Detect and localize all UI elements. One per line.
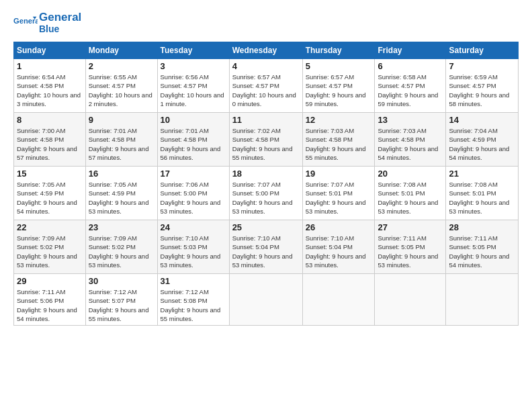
calendar-cell: 3 Sunrise: 6:56 AM Sunset: 4:57 PM Dayli… bbox=[157, 59, 229, 113]
day-number: 4 bbox=[232, 61, 300, 71]
calendar-cell: 28 Sunrise: 7:11 AM Sunset: 5:05 PM Dayl… bbox=[446, 220, 519, 274]
calendar-cell bbox=[229, 274, 302, 326]
day-number: 26 bbox=[306, 222, 372, 232]
day-info: Sunrise: 7:12 AM Sunset: 5:08 PM Dayligh… bbox=[161, 287, 226, 323]
calendar-cell: 5 Sunrise: 6:57 AM Sunset: 4:57 PM Dayli… bbox=[302, 59, 375, 113]
day-info: Sunrise: 7:12 AM Sunset: 5:07 PM Dayligh… bbox=[89, 287, 154, 323]
header: General General Blue bbox=[13, 11, 519, 35]
day-number: 12 bbox=[306, 115, 372, 125]
calendar-week-row: 29 Sunrise: 7:11 AM Sunset: 5:06 PM Dayl… bbox=[14, 274, 519, 326]
day-number: 13 bbox=[378, 115, 443, 125]
page: General General Blue SundayMondayTuesday… bbox=[0, 0, 532, 411]
calendar-cell: 21 Sunrise: 7:08 AM Sunset: 5:01 PM Dayl… bbox=[446, 167, 519, 220]
day-number: 10 bbox=[161, 115, 226, 125]
calendar-cell: 13 Sunrise: 7:03 AM Sunset: 4:58 PM Dayl… bbox=[375, 113, 446, 167]
day-number: 21 bbox=[449, 169, 515, 179]
logo-blue: Blue bbox=[39, 24, 81, 34]
day-info: Sunrise: 6:58 AM Sunset: 4:57 PM Dayligh… bbox=[378, 73, 443, 108]
day-number: 29 bbox=[17, 276, 83, 286]
calendar-cell: 2 Sunrise: 6:55 AM Sunset: 4:57 PM Dayli… bbox=[85, 59, 157, 113]
day-number: 7 bbox=[449, 61, 515, 71]
calendar-cell: 12 Sunrise: 7:03 AM Sunset: 4:58 PM Dayl… bbox=[302, 113, 375, 167]
day-info: Sunrise: 7:05 AM Sunset: 4:59 PM Dayligh… bbox=[89, 180, 154, 216]
day-number: 5 bbox=[306, 61, 372, 71]
day-info: Sunrise: 7:10 AM Sunset: 5:04 PM Dayligh… bbox=[232, 234, 300, 269]
calendar-cell: 29 Sunrise: 7:11 AM Sunset: 5:06 PM Dayl… bbox=[14, 274, 86, 326]
calendar-cell: 31 Sunrise: 7:12 AM Sunset: 5:08 PM Dayl… bbox=[157, 274, 229, 326]
day-number: 23 bbox=[89, 222, 154, 232]
day-info: Sunrise: 7:10 AM Sunset: 5:03 PM Dayligh… bbox=[161, 234, 226, 269]
calendar-cell: 14 Sunrise: 7:04 AM Sunset: 4:59 PM Dayl… bbox=[446, 113, 519, 167]
day-number: 18 bbox=[232, 169, 300, 179]
day-number: 30 bbox=[89, 276, 154, 286]
day-info: Sunrise: 7:00 AM Sunset: 4:58 PM Dayligh… bbox=[17, 126, 83, 162]
weekday-header-tuesday: Tuesday bbox=[157, 42, 229, 59]
day-info: Sunrise: 7:05 AM Sunset: 4:59 PM Dayligh… bbox=[17, 180, 83, 216]
day-info: Sunrise: 7:11 AM Sunset: 5:06 PM Dayligh… bbox=[17, 287, 83, 323]
day-number: 9 bbox=[89, 115, 154, 125]
day-info: Sunrise: 7:08 AM Sunset: 5:01 PM Dayligh… bbox=[449, 180, 515, 216]
day-info: Sunrise: 6:57 AM Sunset: 4:57 PM Dayligh… bbox=[232, 73, 300, 108]
day-info: Sunrise: 7:08 AM Sunset: 5:01 PM Dayligh… bbox=[378, 180, 443, 216]
day-info: Sunrise: 7:11 AM Sunset: 5:05 PM Dayligh… bbox=[378, 234, 443, 269]
day-number: 16 bbox=[89, 169, 154, 179]
calendar-cell bbox=[446, 274, 519, 326]
day-info: Sunrise: 7:03 AM Sunset: 4:58 PM Dayligh… bbox=[378, 126, 443, 162]
day-info: Sunrise: 7:07 AM Sunset: 5:01 PM Dayligh… bbox=[306, 180, 372, 216]
calendar-cell: 6 Sunrise: 6:58 AM Sunset: 4:57 PM Dayli… bbox=[375, 59, 446, 113]
calendar-cell: 26 Sunrise: 7:10 AM Sunset: 5:04 PM Dayl… bbox=[302, 220, 375, 274]
calendar-cell: 15 Sunrise: 7:05 AM Sunset: 4:59 PM Dayl… bbox=[14, 167, 86, 220]
day-number: 24 bbox=[161, 222, 226, 232]
calendar-cell: 20 Sunrise: 7:08 AM Sunset: 5:01 PM Dayl… bbox=[375, 167, 446, 220]
logo-container: General bbox=[13, 11, 38, 35]
calendar-cell: 16 Sunrise: 7:05 AM Sunset: 4:59 PM Dayl… bbox=[85, 167, 157, 220]
day-number: 3 bbox=[161, 61, 226, 71]
calendar-cell: 9 Sunrise: 7:01 AM Sunset: 4:58 PM Dayli… bbox=[85, 113, 157, 167]
calendar-cell: 11 Sunrise: 7:02 AM Sunset: 4:58 PM Dayl… bbox=[229, 113, 302, 167]
day-number: 2 bbox=[89, 61, 154, 71]
calendar-cell: 22 Sunrise: 7:09 AM Sunset: 5:02 PM Dayl… bbox=[14, 220, 86, 274]
calendar-cell: 23 Sunrise: 7:09 AM Sunset: 5:02 PM Dayl… bbox=[85, 220, 157, 274]
day-info: Sunrise: 6:56 AM Sunset: 4:57 PM Dayligh… bbox=[161, 73, 226, 108]
day-info: Sunrise: 7:01 AM Sunset: 4:58 PM Dayligh… bbox=[89, 126, 154, 162]
calendar-cell: 17 Sunrise: 7:06 AM Sunset: 5:00 PM Dayl… bbox=[157, 167, 229, 220]
day-number: 25 bbox=[232, 222, 300, 232]
day-info: Sunrise: 6:54 AM Sunset: 4:58 PM Dayligh… bbox=[17, 73, 83, 108]
day-info: Sunrise: 7:10 AM Sunset: 5:04 PM Dayligh… bbox=[306, 234, 372, 269]
day-info: Sunrise: 7:04 AM Sunset: 4:59 PM Dayligh… bbox=[449, 126, 515, 162]
day-number: 31 bbox=[161, 276, 226, 286]
day-number: 14 bbox=[449, 115, 515, 125]
calendar-week-row: 8 Sunrise: 7:00 AM Sunset: 4:58 PM Dayli… bbox=[14, 113, 519, 167]
calendar-cell bbox=[375, 274, 446, 326]
calendar-cell: 30 Sunrise: 7:12 AM Sunset: 5:07 PM Dayl… bbox=[85, 274, 157, 326]
day-number: 1 bbox=[17, 61, 83, 71]
calendar-week-row: 22 Sunrise: 7:09 AM Sunset: 5:02 PM Dayl… bbox=[14, 220, 519, 274]
calendar-cell: 25 Sunrise: 7:10 AM Sunset: 5:04 PM Dayl… bbox=[229, 220, 302, 274]
weekday-header-row: SundayMondayTuesdayWednesdayThursdayFrid… bbox=[14, 42, 519, 59]
calendar-cell: 10 Sunrise: 7:01 AM Sunset: 4:58 PM Dayl… bbox=[157, 113, 229, 167]
day-info: Sunrise: 7:06 AM Sunset: 5:00 PM Dayligh… bbox=[161, 180, 226, 216]
day-info: Sunrise: 6:59 AM Sunset: 4:57 PM Dayligh… bbox=[449, 73, 515, 108]
day-number: 28 bbox=[449, 222, 515, 232]
weekday-header-thursday: Thursday bbox=[302, 42, 375, 59]
calendar-week-row: 15 Sunrise: 7:05 AM Sunset: 4:59 PM Dayl… bbox=[14, 167, 519, 220]
logo-svg: General bbox=[13, 11, 38, 35]
day-number: 20 bbox=[378, 169, 443, 179]
day-number: 8 bbox=[17, 115, 83, 125]
day-info: Sunrise: 7:07 AM Sunset: 5:00 PM Dayligh… bbox=[232, 180, 300, 216]
calendar-cell: 24 Sunrise: 7:10 AM Sunset: 5:03 PM Dayl… bbox=[157, 220, 229, 274]
logo: General General Blue bbox=[13, 11, 81, 35]
calendar-cell: 4 Sunrise: 6:57 AM Sunset: 4:57 PM Dayli… bbox=[229, 59, 302, 113]
day-info: Sunrise: 7:01 AM Sunset: 4:58 PM Dayligh… bbox=[161, 126, 226, 162]
logo-text-block: General Blue bbox=[39, 11, 81, 34]
weekday-header-friday: Friday bbox=[375, 42, 446, 59]
logo-general: General bbox=[39, 11, 81, 24]
calendar-cell: 8 Sunrise: 7:00 AM Sunset: 4:58 PM Dayli… bbox=[14, 113, 86, 167]
calendar: SundayMondayTuesdayWednesdayThursdayFrid… bbox=[13, 42, 519, 326]
day-number: 17 bbox=[161, 169, 226, 179]
day-number: 27 bbox=[378, 222, 443, 232]
weekday-header-sunday: Sunday bbox=[14, 42, 86, 59]
day-number: 6 bbox=[378, 61, 443, 71]
weekday-header-saturday: Saturday bbox=[446, 42, 519, 59]
day-info: Sunrise: 6:57 AM Sunset: 4:57 PM Dayligh… bbox=[306, 73, 372, 108]
